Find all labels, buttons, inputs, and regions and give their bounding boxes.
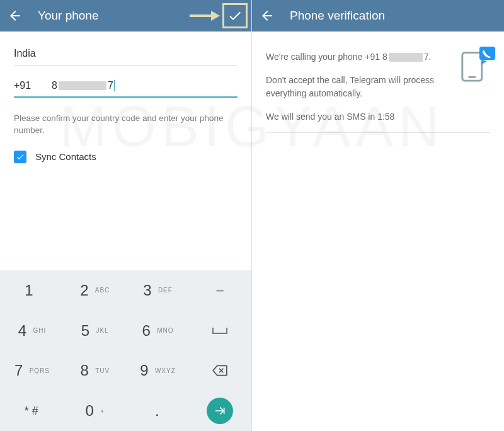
- sms-timer-text: We will send you an SMS in 1:58: [266, 110, 490, 133]
- key-period[interactable]: .: [126, 391, 189, 431]
- phone-suffix: 7: [108, 80, 113, 91]
- key-4[interactable]: 4GHI: [0, 311, 63, 351]
- key-2[interactable]: 2ABC: [63, 270, 126, 311]
- left-pane: Your phone India +91 8 7 Please confirm …: [0, 0, 252, 431]
- phone-number-input[interactable]: 8 7: [52, 80, 238, 91]
- key-symbols[interactable]: * #: [0, 391, 63, 431]
- key-1[interactable]: 1: [0, 270, 63, 311]
- text-cursor: [114, 80, 115, 91]
- right-pane: Phone verification We're calling your ph…: [252, 0, 504, 431]
- left-title: Your phone: [38, 9, 99, 23]
- sync-label: Sync Contacts: [35, 151, 96, 162]
- key-enter[interactable]: [188, 391, 251, 431]
- key-6[interactable]: 6MNO: [126, 311, 189, 351]
- phone-call-icon: [459, 44, 498, 83]
- svg-rect-4: [479, 47, 495, 60]
- country-code-input[interactable]: +91: [14, 80, 52, 91]
- right-content: We're calling your phone +91 8 7. Don't …: [252, 32, 504, 143]
- annotation-arrow: [190, 8, 220, 23]
- key-5[interactable]: 5JKL: [63, 311, 126, 351]
- check-icon: [227, 8, 243, 23]
- redacted-digits: [59, 81, 106, 90]
- redacted-phone: [389, 53, 423, 62]
- hint-text: Please confirm your country code and ent…: [14, 113, 238, 137]
- right-title: Phone verification: [290, 9, 385, 23]
- key-7[interactable]: 7PQRS: [0, 351, 63, 391]
- country-field[interactable]: India: [14, 43, 238, 66]
- space-icon: [212, 328, 227, 334]
- enter-icon: [207, 398, 233, 424]
- key-0[interactable]: 0+: [63, 391, 126, 431]
- key-9[interactable]: 9WXYZ: [126, 351, 189, 391]
- left-content: India +91 8 7 Please confirm your countr…: [0, 32, 251, 163]
- back-icon[interactable]: [8, 8, 23, 23]
- sync-contacts-row[interactable]: Sync Contacts: [14, 151, 238, 163]
- key-3[interactable]: 3DEF: [126, 270, 189, 311]
- key-8[interactable]: 8TUV: [63, 351, 126, 391]
- key-space[interactable]: [188, 311, 251, 351]
- phone-row: +91 8 7: [14, 80, 238, 98]
- confirm-button[interactable]: [222, 3, 248, 28]
- calling-suffix: 7.: [424, 50, 432, 64]
- key-minus[interactable]: –: [188, 270, 251, 311]
- backspace-icon: [212, 362, 228, 379]
- numeric-keypad: 1 2ABC 3DEF – 4GHI 5JKL 6MNO 7PQRS 8TUV …: [0, 270, 251, 431]
- calling-prefix: We're calling your phone +91 8: [266, 50, 387, 64]
- sync-checkbox[interactable]: [14, 151, 26, 163]
- instruction-text: Don't accept the call, Telegram will pro…: [266, 74, 442, 100]
- calling-text: We're calling your phone +91 8 7.: [266, 50, 490, 64]
- svg-rect-0: [190, 14, 211, 17]
- check-icon: [16, 152, 25, 161]
- back-icon[interactable]: [260, 8, 275, 23]
- phone-prefix: 8: [52, 80, 57, 91]
- left-header: Your phone: [0, 0, 251, 32]
- right-header: Phone verification: [252, 0, 504, 32]
- key-backspace[interactable]: [188, 351, 251, 391]
